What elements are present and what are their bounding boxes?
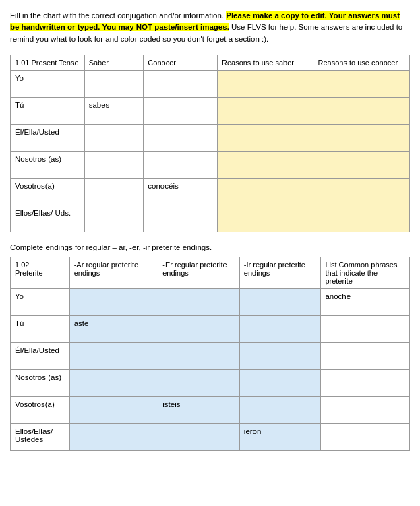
reasons-conocer-cell [313,151,410,178]
phrases-cell: anoche [321,288,410,315]
saber-cell [84,151,144,178]
table2-header-row: 1.02Preterite -Ar regular preterite endi… [11,257,410,288]
pronoun-cell: Nosotros (as) [11,151,85,178]
table-row: Ellos/Ellas/ Uds. [11,205,410,232]
ar-cell [69,423,158,450]
phrases-cell [321,396,410,423]
pronoun-cell: Vosotros(a) [11,178,85,205]
conocer-cell [144,205,218,232]
reasons-conocer-cell [313,97,410,124]
phrases-cell [321,369,410,396]
pronoun-cell: Ellos/Ellas/ Ustedes [11,423,70,450]
saber-cell [84,205,144,232]
table-row: Ellos/Ellas/ Ustedes ieron [11,423,410,450]
phrases-cell [321,315,410,342]
table-row: Nosotros (as) [11,151,410,178]
ir-cell [239,288,321,315]
er-cell [158,342,240,369]
er-cell [158,315,240,342]
ar-cell [69,288,158,315]
table-row: Yo [11,70,410,97]
pronoun-cell: Nosotros (as) [11,369,70,396]
instructions: Fill in the chart with the correct conju… [10,10,410,45]
ir-cell [239,396,321,423]
ar-cell [69,369,158,396]
instruction-part1: Fill in the chart with the correct conju… [10,11,226,20]
pronoun-cell: Vosotros(a) [11,396,70,423]
saber-cell [84,124,144,151]
pronoun-cell: Tú [11,315,70,342]
table-row: Tú sabes [11,97,410,124]
ar-cell [69,342,158,369]
ar-cell [69,396,158,423]
conocer-cell [144,97,218,124]
table-row: Yo anoche [11,288,410,315]
table1-col-header-4: Reasons to use conocer [313,55,410,70]
reasons-conocer-cell [313,178,410,205]
table1: 1.01 Present Tense Saber Conocer Reasons… [10,55,410,232]
reasons-saber-cell [217,124,313,151]
table1-header-row: 1.01 Present Tense Saber Conocer Reasons… [11,55,410,70]
table-row: Vosotros(a) isteis [11,396,410,423]
table-row: Tú aste [11,315,410,342]
table2-col-header-3: -Ir regular preterite endings [239,257,321,288]
table2: 1.02Preterite -Ar regular preterite endi… [10,257,410,451]
ar-cell: aste [69,315,158,342]
er-cell [158,423,240,450]
section2-label: Complete endings for regular – ar, -er, … [10,243,410,251]
conocer-cell: conocéis [144,178,218,205]
pronoun-cell: Yo [11,288,70,315]
ir-cell [239,369,321,396]
conocer-cell [144,151,218,178]
reasons-saber-cell [217,178,313,205]
er-cell [158,369,240,396]
reasons-conocer-cell [313,205,410,232]
table1-col-header-3: Reasons to use saber [217,55,313,70]
table-row: Nosotros (as) [11,369,410,396]
reasons-saber-cell [217,97,313,124]
phrases-cell [321,423,410,450]
reasons-conocer-cell [313,70,410,97]
table-row: Vosotros(a) conocéis [11,178,410,205]
table2-col-header-0: 1.02Preterite [11,257,70,288]
er-cell [158,288,240,315]
table-row: Él/Ella/Usted [11,342,410,369]
table2-col-header-2: -Er regular preterite endings [158,257,240,288]
table2-col-header-1: -Ar regular preterite endings [69,257,158,288]
reasons-conocer-cell [313,124,410,151]
pronoun-cell: Tú [11,97,85,124]
pronoun-cell: Yo [11,70,85,97]
ir-cell [239,342,321,369]
pronoun-cell: Ellos/Ellas/ Uds. [11,205,85,232]
table-row: Él/Ella/Usted [11,124,410,151]
saber-cell [84,178,144,205]
saber-cell: sabes [84,97,144,124]
pronoun-cell: Él/Ella/Usted [11,342,70,369]
conocer-cell [144,70,218,97]
table1-col-header-1: Saber [84,55,144,70]
er-cell: isteis [158,396,240,423]
reasons-saber-cell [217,70,313,97]
conocer-cell [144,124,218,151]
table1-col-header-2: Conocer [144,55,218,70]
phrases-cell [321,342,410,369]
reasons-saber-cell [217,151,313,178]
ir-cell [239,315,321,342]
table2-col-header-4: List Common phrases that indicate the pr… [321,257,410,288]
saber-cell [84,70,144,97]
reasons-saber-cell [217,205,313,232]
ir-cell: ieron [239,423,321,450]
pronoun-cell: Él/Ella/Usted [11,124,85,151]
table1-col-header-0: 1.01 Present Tense [11,55,85,70]
